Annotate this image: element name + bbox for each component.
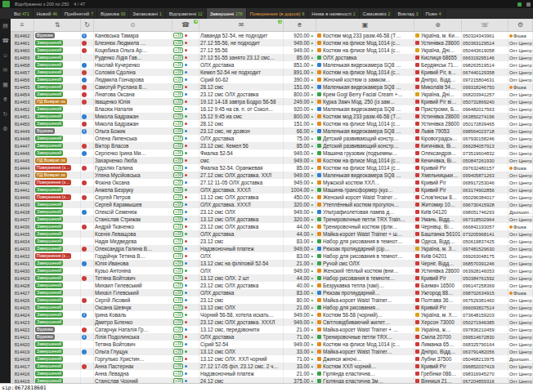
- tab-8[interactable]: Повернення (в дорозі)6: [247, 8, 309, 19]
- tab-2[interactable]: Новий46: [34, 8, 61, 19]
- table-row[interactable]: 814462ВідмоваiКанєвська Тамара+38Лаванда…: [11, 32, 533, 39]
- settings-icon[interactable]: ⚙: [2, 126, 7, 132]
- table-row[interactable]: 814439ЗавершенийСергей Карамышев+38ОЛХ д…: [11, 201, 533, 208]
- table-row[interactable]: 814421ВідмоваiЛілія Подолинська+38ОЛХ до…: [11, 333, 533, 341]
- table-row[interactable]: 814434ЗавершенийНадія Медведєва+3823.12 …: [11, 238, 533, 245]
- country-code-chip: +38: [173, 319, 183, 326]
- table-row[interactable]: 814417ЗавершенийАнна Пастернак+3827.12 1…: [11, 363, 533, 370]
- col-header-menu[interactable]: ≡: [11, 19, 34, 31]
- paid-icon: ▲: [311, 180, 314, 185]
- tab-5[interactable]: Запаковані1: [129, 8, 165, 19]
- col-header-products[interactable]: ▣: [316, 19, 414, 31]
- table-row[interactable]: 814453ПД Возврат окІващенко Юлія+3819.12…: [11, 98, 533, 105]
- city-label: Житомир 10…: [421, 202, 455, 207]
- table-row[interactable]: 814428ЗавершенийМихаил Гилевський+3823.1…: [11, 282, 533, 289]
- dashboard-icon[interactable]: ▤: [2, 23, 8, 29]
- table-row[interactable]: 814454ЗавершенийЛінатова Оксана+3823.12 …: [11, 91, 533, 98]
- table-row[interactable]: 814415ЗавершенийСтаніслав Чорний+3824.12…: [11, 377, 533, 383]
- table-row[interactable]: 814436ЗавершенийАндрій Ткаченко+3823.12 …: [11, 223, 533, 230]
- col-header-comments[interactable]: ✉1: [199, 19, 284, 31]
- product-label: Набор для рисования…: [323, 305, 380, 310]
- price-value: 21.00: [297, 305, 310, 310]
- table-row[interactable]: 814445ПД Возврат окЗахарченко Люба+38смс…: [11, 157, 533, 164]
- sim-icon: ☏: [481, 21, 489, 29]
- tab-4[interactable]: Відмова93: [97, 8, 129, 19]
- table-row[interactable]: 814457ЗавершенийСоломія Сдоліна+38Кемел …: [11, 69, 533, 76]
- table-row[interactable]: 814422ВідмоваСатарчук Наталія Гр…+3813.1…: [11, 326, 533, 333]
- order-comment: 23.12 смс ОЛХ доставка: [199, 282, 284, 289]
- sync-icon[interactable]: ↻: [3, 111, 8, 118]
- col-header-payment[interactable]: ₴: [284, 19, 316, 31]
- table-row[interactable]: 814418ЗавершенийГоргулько Христин…+3813.…: [11, 355, 533, 363]
- table-row[interactable]: 814458ЗавершенийНіколай Кучеренко+38ОЛХ …: [11, 61, 533, 69]
- order-id: 814462: [11, 32, 34, 39]
- col-header-sim[interactable]: ☏: [462, 19, 508, 31]
- table-row[interactable]: 814437ЗавершенийСтаніслав Стрижак+3813.1…: [11, 216, 533, 223]
- app-logo-icon[interactable]: [2, 1, 10, 7]
- row-flag: [81, 216, 94, 223]
- tab-3[interactable]: Прийнятий7: [61, 8, 97, 19]
- table-row[interactable]: 814440Повернення (з…Сергей Петров+3813.1…: [11, 194, 533, 201]
- col-header-refresh[interactable]: ↻: [81, 19, 94, 31]
- table-row[interactable]: 814447ЗавершенийВіктор Власов+3823.12 см…: [11, 142, 533, 149]
- table-row[interactable]: 814443ПД Возврат окУляна Мусійовська+382…: [11, 172, 533, 179]
- col-header-delivery[interactable]: ⊕: [414, 19, 462, 31]
- table-row[interactable]: 814441ЗавершенийАнжела Безруку+38ОЛХ дос…: [11, 186, 533, 194]
- table-row[interactable]: 814430ЗавершенийКузьо Антоніна+38ОЛХ949.…: [11, 267, 533, 274]
- col-header-phone[interactable]: ☎4: [172, 19, 199, 31]
- row-flag: [81, 363, 94, 370]
- status-badge: Завершений: [35, 283, 63, 288]
- price-value: 249.00: [293, 99, 309, 105]
- tab-1[interactable]: Всі471: [11, 8, 34, 19]
- table-row[interactable]: 814449ВідмоваiОльга Божик+3823.12 смс, н…: [11, 127, 533, 135]
- tab-6[interactable]: Відправлені12: [166, 8, 207, 19]
- table-row[interactable]: 814444Повернення (з…Гудзілях Галина+38Фи…: [11, 164, 533, 172]
- table-row[interactable]: 814461ЗавершенийБлезнюк Людмила …+3827.1…: [11, 39, 533, 47]
- table-row[interactable]: 814433ЗавершенийОлександра Галина В…+38Н…: [11, 245, 533, 252]
- table-row[interactable]: 814435ЗавершенийКсенія Леващова+38ОЛХ до…: [11, 230, 533, 238]
- table-row[interactable]: 814451ЗавершенийМикола Бадражан+3815.12 …: [11, 113, 533, 120]
- table-row[interactable]: 814446ЗавершенийСергієнко Ірина Ми…+38Фи…: [11, 149, 533, 157]
- orders-icon[interactable]: ▦: [2, 82, 8, 88]
- table-row[interactable]: 814459ЗавершенийРуденко Лідія Гав…+3827.…: [11, 54, 533, 61]
- table-row[interactable]: 814432Повернення (з…Гордійчук Тетяна В…+…: [11, 252, 533, 260]
- table-row[interactable]: 814423ЗавершенийДмитро Біленко+3823.12 с…: [11, 318, 533, 326]
- table-row[interactable]: 814448ЗавершенийОлена Липенська+38ОЛХ до…: [11, 135, 533, 142]
- client-phone: 097481529630: [462, 245, 508, 252]
- table-row[interactable]: 814424ЗавершенийiІрина Коваль+38Чорний 5…: [11, 311, 533, 318]
- order-id: 814456: [11, 76, 34, 83]
- product-icon: [317, 305, 321, 310]
- order-status: Повернення (з…: [34, 164, 81, 172]
- order-status: Завершений: [34, 201, 81, 208]
- city-label: Кіровоградсь…: [421, 136, 458, 141]
- table-row[interactable]: 814442Повернення (з…Фокіна Оксана+3827.1…: [11, 179, 533, 186]
- product-icon: [317, 144, 321, 148]
- table-row[interactable]: 814425ЗавершенийОксана Шевчук+3813.12 см…: [11, 304, 533, 311]
- tab-11[interactable]: Виклад3: [394, 8, 422, 19]
- table-row[interactable]: 814455ЗавершенийСамотуй Руслана В…+3828.…: [11, 83, 533, 91]
- tab-12[interactable]: Повн4: [423, 8, 446, 19]
- table-row[interactable]: 814431ЗавершенийЮлія Иванова+3813.12 смс…: [11, 260, 533, 267]
- finance-icon[interactable]: ₴: [4, 96, 7, 103]
- table-row[interactable]: 814419ЗавершенийОльга Глущук+3813.12 смс…: [11, 348, 533, 355]
- contacts-icon[interactable]: ☺: [2, 52, 8, 59]
- mail-icon[interactable]: ✉: [3, 67, 8, 74]
- sip-link[interactable]: sip:0672818601: [2, 385, 47, 391]
- table-row[interactable]: 814426ЗавершенийСергій Лісовий+3823.12 с…: [11, 296, 533, 304]
- phone-icon[interactable]: ☎: [2, 38, 9, 44]
- table-row[interactable]: 814429ЗавершенийТетяна Войтович+3813.12 …: [11, 274, 533, 282]
- col-header-contacts[interactable]: ☺: [94, 19, 172, 31]
- table-row[interactable]: 814456ЗавершенийЛюдмила Гончарова+38Сіри…: [11, 76, 533, 83]
- table-row[interactable]: 814460ЗавершенийКоцюбика Ольга Ар…+3827.…: [11, 47, 533, 54]
- tab-9[interactable]: Нема в наявності1: [308, 8, 359, 19]
- table-row[interactable]: 814427ЗавершенийМихаіл Гілевський+38ОЛХ …: [11, 289, 533, 296]
- table-row[interactable]: 814438ЗавершенийОлексій Семенюк+3823.12 …: [11, 208, 533, 216]
- table-row[interactable]: 814416ЗавершенийАнна Левадна+38Надзвоноч…: [11, 370, 533, 377]
- table-row[interactable]: 814452ЗавершенийВласюк Наталія+3816.12 9…: [11, 105, 533, 113]
- col-header-settings-col[interactable]: ⚙: [508, 19, 533, 31]
- table-row[interactable]: 814420ЗавершенийТетяна Войтович+38Сірий …: [11, 341, 533, 348]
- col-header-status-sort[interactable]: ⇅: [34, 19, 81, 31]
- table-row[interactable]: 814450ЗавершенийМикола Бадражан+3828.12 …: [11, 120, 533, 127]
- tab-7[interactable]: Завершені278: [207, 8, 247, 19]
- tab-10[interactable]: Самовивіз2: [360, 8, 395, 19]
